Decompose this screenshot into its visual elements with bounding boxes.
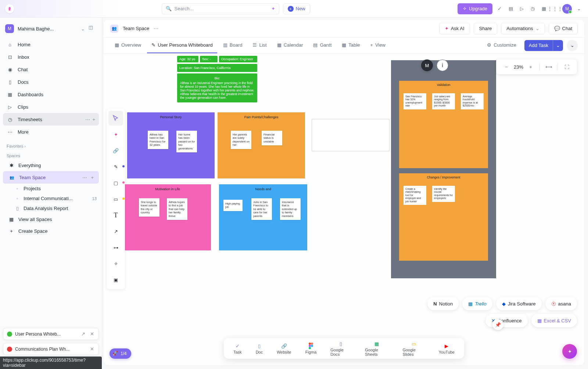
chip-confluence[interactable]: ✕Confluence: [485, 314, 528, 327]
sticky-5[interactable]: She longs to travel outside the city or …: [139, 198, 159, 217]
chip-excel[interactable]: ▦Excel & CSV: [531, 314, 577, 327]
nav-more[interactable]: ⋯More: [3, 126, 99, 138]
chip-asana[interactable]: ⦿asana: [545, 297, 577, 310]
share-button[interactable]: Share: [474, 23, 498, 35]
tool-text[interactable]: T: [108, 208, 123, 223]
nav-clips[interactable]: ▷Clips: [3, 101, 99, 113]
tool-connector[interactable]: ↗: [108, 224, 123, 239]
space-team-space[interactable]: 👥 Team Space ⋯ +: [3, 171, 99, 184]
clipboard-icon[interactable]: ▤: [507, 5, 514, 12]
pin-button[interactable]: 📌: [492, 319, 503, 330]
sticky-1[interactable]: Althea has been in San Francisco for 32 …: [148, 131, 168, 149]
chip-notion[interactable]: NNotion: [427, 297, 459, 310]
insert-doc[interactable]: ▯Doc: [250, 343, 269, 354]
breadcrumb-title[interactable]: Team Space: [123, 26, 149, 31]
automations-button[interactable]: Automations⌄: [501, 23, 545, 35]
tab-list[interactable]: ☰List: [248, 37, 271, 53]
app-logo[interactable]: [5, 4, 14, 13]
new-button[interactable]: + New: [283, 3, 310, 14]
tool-shape[interactable]: ▢: [108, 176, 123, 190]
sticky-9[interactable]: Insurance that is extended up to family …: [280, 198, 301, 220]
panel-changes[interactable]: Changes / Improvement Create a matchmaki…: [399, 173, 488, 261]
nav-chat[interactable]: ◉Chat: [3, 63, 99, 76]
view-all-spaces[interactable]: ▦View all Spaces: [3, 213, 99, 225]
sticky-v2[interactable]: Job salary are ranging from $1500–$3000 …: [432, 93, 455, 109]
insert-website[interactable]: 🔗Website: [271, 343, 297, 354]
insert-figma[interactable]: Figma: [300, 343, 323, 354]
fit-width-icon[interactable]: ⟷: [544, 62, 553, 71]
insert-gsheets[interactable]: ▦Google Sheets: [359, 340, 394, 357]
add-icon[interactable]: +: [92, 117, 95, 122]
ai-fab[interactable]: ✦: [562, 344, 577, 359]
list-projects[interactable]: ◦Projects: [0, 184, 102, 193]
nav-home[interactable]: ⌂Home: [3, 38, 99, 51]
insert-gslides[interactable]: ▭Google Slides: [397, 340, 430, 357]
tool-select[interactable]: [108, 111, 123, 126]
tab-table[interactable]: ▦Table: [337, 37, 364, 53]
chip-jira[interactable]: ◆Jira Software: [496, 297, 542, 310]
ask-ai-button[interactable]: ✦Ask AI: [439, 23, 470, 35]
persona-sex[interactable]: Sex: -: [200, 56, 218, 62]
persona-bio[interactable]: Bio:Althea is an Industrial Engineer pra…: [177, 73, 257, 102]
tool-image[interactable]: ▣: [108, 272, 123, 287]
persona-age[interactable]: Age: 32 yo: [177, 56, 198, 62]
layout-toggle-icon[interactable]: ◫: [89, 25, 97, 33]
list-data-analysis[interactable]: ▯Data Analysis Report: [0, 203, 102, 213]
zoom-out-button[interactable]: −: [502, 62, 511, 71]
insert-youtube[interactable]: ▶YouTube: [433, 343, 460, 354]
persona-location[interactable]: Location: San Francisco, California: [177, 64, 257, 72]
chip-trello[interactable]: ▦Trello: [462, 297, 492, 310]
nav-everything[interactable]: ✱Everything: [3, 159, 99, 171]
more-menu-button[interactable]: ⌄: [567, 40, 578, 51]
check-circle-icon[interactable]: ✓: [496, 5, 503, 12]
workspace-switcher[interactable]: M Mahima Baghe... ⌄ ◫: [0, 21, 102, 36]
tool-magic[interactable]: ✧: [108, 256, 123, 271]
info-button[interactable]: i: [437, 59, 448, 71]
user-avatar[interactable]: M: [562, 4, 572, 14]
search-input[interactable]: 🔍 Search... ✦: [162, 3, 279, 14]
add-task-dropdown[interactable]: ⌄: [553, 40, 563, 51]
note-icon[interactable]: ▦: [540, 5, 548, 12]
tool-link[interactable]: 🔗: [108, 143, 123, 158]
tab-calendar[interactable]: ▦Calendar: [273, 37, 308, 53]
apps-grid-icon[interactable]: ⋮⋮⋮: [551, 5, 559, 12]
tool-ai[interactable]: ✦: [108, 127, 123, 142]
more-icon[interactable]: ⋯: [82, 175, 87, 180]
panel-personal-story[interactable]: Personal Story: [127, 112, 215, 178]
persona-occupation[interactable]: Occupation: Engineer: [219, 56, 257, 62]
sticky-6[interactable]: Althea hopes to find a job that can help…: [167, 198, 187, 220]
collaborator-avatar[interactable]: M: [421, 59, 433, 71]
progress-pill[interactable]: 🚀1/4: [110, 348, 131, 359]
chevron-down-icon[interactable]: ⌄: [576, 5, 583, 12]
sticky-v1[interactable]: San Francisco has 32% unemployment rate: [404, 93, 426, 109]
insert-gdocs[interactable]: ▯Google Docs: [325, 340, 357, 357]
external-link-icon[interactable]: ↗: [80, 331, 86, 337]
more-icon[interactable]: ⋯: [85, 117, 90, 122]
sticky-3[interactable]: Her parents are solely dependent on her: [231, 131, 251, 149]
sticky-8[interactable]: Jobs in San Francisco to be able to care…: [251, 198, 272, 220]
tool-mindmap[interactable]: ⊶: [108, 240, 123, 255]
zoom-in-button[interactable]: +: [526, 62, 535, 71]
tab-board[interactable]: ▥Board: [219, 37, 247, 53]
list-internal-communication[interactable]: ◦Internal Communicati...13: [0, 193, 102, 203]
toast-communications-plan[interactable]: Communications Plan Wh...✕: [3, 343, 99, 355]
upgrade-button[interactable]: ✧Upgrade: [458, 3, 492, 14]
add-icon[interactable]: +: [91, 175, 94, 180]
insert-task[interactable]: ✓Task: [227, 343, 248, 354]
chat-button[interactable]: 💬Chat: [549, 23, 578, 35]
tab-gantt[interactable]: ▤Gantt: [309, 37, 336, 53]
nav-inbox[interactable]: ⊡Inbox: [3, 51, 99, 63]
right-panel[interactable]: Validation San Francisco has 32% unemplo…: [391, 60, 496, 278]
outline-box[interactable]: [312, 119, 390, 151]
sticky-4[interactable]: Financial status is unstable: [262, 131, 282, 145]
more-icon[interactable]: ⋯: [154, 26, 158, 31]
nav-docs[interactable]: ▯Docs: [3, 76, 99, 88]
add-task-button[interactable]: Add Task⌄: [524, 40, 563, 51]
nav-timesheets[interactable]: ◷Timesheets ⋯+: [3, 113, 99, 126]
sticky-c2[interactable]: Identify the crucial requirements for em…: [432, 186, 455, 202]
clock-icon[interactable]: ◷: [529, 5, 537, 12]
fullscreen-icon[interactable]: ⛶: [562, 62, 571, 71]
customize-button[interactable]: ⚙Customize: [483, 42, 520, 48]
whiteboard-canvas[interactable]: Age: 32 yo Sex: - Occupation: Engineer L…: [104, 54, 584, 365]
tab-whiteboard[interactable]: ✎User Persona Whiteboard: [147, 37, 217, 53]
